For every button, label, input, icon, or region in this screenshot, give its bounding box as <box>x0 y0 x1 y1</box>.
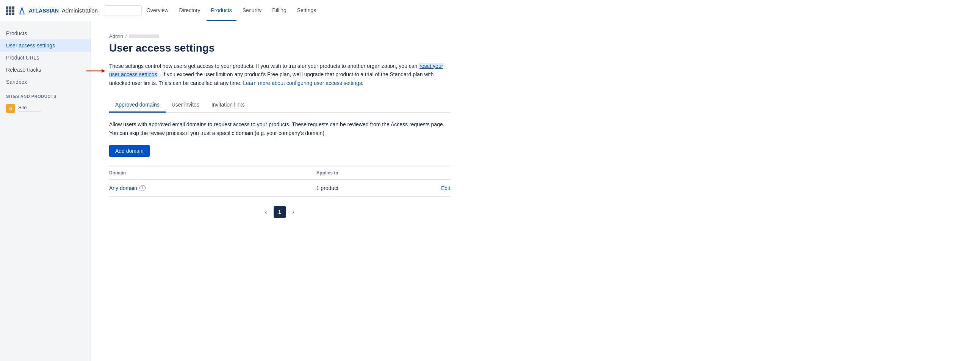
sidebar-item-products[interactable]: Products <box>0 27 91 40</box>
description-text: These settings control how users get acc… <box>109 62 450 87</box>
nav-overview[interactable]: Overview <box>142 0 173 21</box>
sidebar-item-product-urls[interactable]: Product URLs <box>0 51 91 64</box>
brand-name: ATLASSIAN <box>29 8 59 14</box>
domain-cell: Any domain i <box>109 185 317 191</box>
site-name: Site <box>18 105 41 110</box>
description-area: These settings control how users get acc… <box>109 62 450 87</box>
table-header: Domain Applies to <box>109 166 450 180</box>
sidebar-item-user-access-settings-label: User access settings <box>6 43 55 48</box>
pagination-next[interactable]: › <box>287 206 299 218</box>
admin-text: Administration <box>62 7 98 14</box>
tab-invitation-links[interactable]: Invitation links <box>205 98 251 113</box>
top-nav: ATLASSIAN Administration Overview Direct… <box>0 0 980 21</box>
svg-marker-1 <box>102 69 105 73</box>
org-selector[interactable] <box>104 5 142 16</box>
breadcrumb: Admin / <box>109 34 962 39</box>
sidebar-item-release-tracks[interactable]: Release tracks <box>0 64 91 76</box>
description-part1: These settings control how users get acc… <box>109 63 417 69</box>
sidebar-site-item[interactable]: S Site <box>0 101 91 116</box>
tab-user-invites[interactable]: User invites <box>165 98 205 113</box>
pagination: ‹ 1 › <box>109 206 450 218</box>
page-title: User access settings <box>109 42 962 54</box>
sidebar-item-user-access-settings[interactable]: User access settings <box>0 40 91 51</box>
tab-description: Allow users with approved email domains … <box>109 120 450 137</box>
breadcrumb-separator: / <box>126 34 127 39</box>
learn-more-link[interactable]: Learn more about configuring user access… <box>243 80 363 86</box>
main-content: Admin / User access settings These setti… <box>91 21 980 361</box>
nav-billing[interactable]: Billing <box>267 0 291 21</box>
pagination-page-1[interactable]: 1 <box>274 206 286 218</box>
sidebar-item-products-label: Products <box>6 30 27 37</box>
arrow-indicator <box>86 67 105 75</box>
app-layout: Products User access settings Product UR… <box>0 21 980 361</box>
nav-products[interactable]: Products <box>207 0 237 21</box>
sidebar-item-release-tracks-label: Release tracks <box>6 67 41 73</box>
info-icon[interactable]: i <box>140 185 146 191</box>
atlassian-logo[interactable]: ATLASSIAN <box>18 6 59 15</box>
site-icon: S <box>6 104 15 113</box>
tab-approved-domains[interactable]: Approved domains <box>109 98 165 113</box>
sidebar-item-product-urls-label: Product URLs <box>6 54 39 61</box>
sites-and-products-label: SITES AND PRODUCTS <box>0 88 91 101</box>
sidebar-item-sandbox[interactable]: Sandbox <box>0 76 91 88</box>
header-domain: Domain <box>109 170 317 176</box>
sidebar-item-sandbox-label: Sandbox <box>6 79 27 85</box>
top-nav-left: ATLASSIAN Administration <box>6 5 142 16</box>
edit-link[interactable]: Edit <box>441 185 450 191</box>
tabs: Approved domains User invites Invitation… <box>109 98 450 113</box>
table-row: Any domain i 1 product Edit <box>109 180 450 197</box>
site-bar <box>18 111 41 112</box>
nav-settings[interactable]: Settings <box>293 0 321 21</box>
header-applies-to: Applies to <box>317 170 420 176</box>
add-domain-button[interactable]: Add domain <box>109 145 150 157</box>
pagination-prev[interactable]: ‹ <box>260 206 272 218</box>
sidebar: Products User access settings Product UR… <box>0 21 91 361</box>
breadcrumb-current <box>129 35 159 38</box>
nav-directory[interactable]: Directory <box>174 0 205 21</box>
nav-security[interactable]: Security <box>238 0 266 21</box>
site-info: Site <box>18 105 41 112</box>
grid-menu-icon[interactable] <box>6 6 14 15</box>
breadcrumb-parent: Admin <box>109 34 123 39</box>
applies-to-cell: 1 product <box>317 185 420 191</box>
domain-table: Domain Applies to Any domain i 1 product… <box>109 166 450 197</box>
domain-value: Any domain <box>109 185 137 191</box>
action-cell: Edit <box>420 185 450 191</box>
top-nav-links: Overview Directory Products Security Bil… <box>142 0 974 21</box>
header-actions <box>420 170 450 176</box>
